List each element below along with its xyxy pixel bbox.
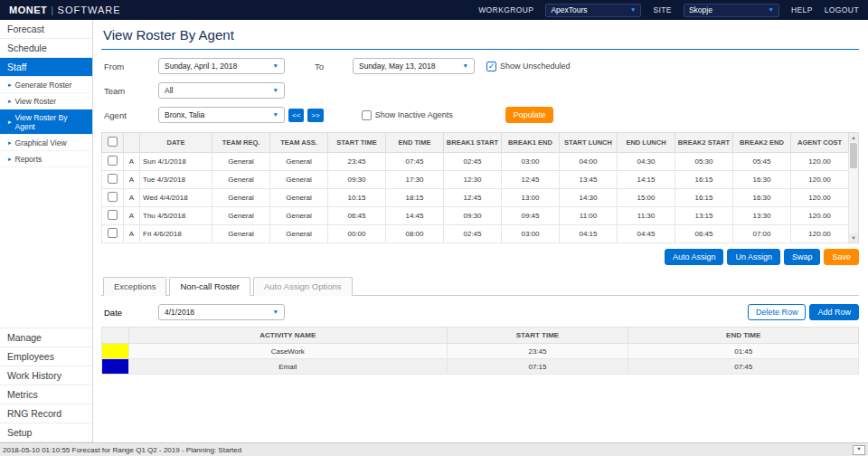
roster-header-team-ass: TEAM ASS. (270, 133, 328, 153)
sidebar-subitem-generate-roster[interactable]: ▸Generate Roster (0, 77, 92, 93)
un-assign-button[interactable]: Un Assign (727, 249, 780, 265)
vertical-scrollbar[interactable]: ▲ ▼ (849, 132, 859, 243)
help-link[interactable]: HELP (791, 5, 813, 14)
row-select-checkbox[interactable] (108, 174, 118, 184)
tab-exceptions[interactable]: Exceptions (103, 277, 166, 296)
roster-cell: 04:45 (618, 225, 675, 243)
scrollbar-track[interactable] (849, 169, 858, 233)
roster-cell: 14:15 (618, 171, 675, 189)
sidebar-subitem-view-roster[interactable]: ▸View Roster (0, 93, 92, 109)
table-row[interactable]: AFri 4/6/2018GeneralGeneral00:0008:0002:… (102, 225, 849, 243)
scroll-up-icon[interactable]: ▲ (849, 133, 858, 142)
team-select[interactable]: All ▼ (158, 82, 285, 99)
agent-selected-value: Bronx, Talia (165, 110, 204, 119)
noncall-cell-activity: Email (129, 359, 448, 375)
roster-cell: 04:00 (560, 153, 618, 171)
roster-header-start-lunch: START LUNCH (560, 133, 618, 153)
roster-cell-select (102, 171, 124, 189)
roster-header-select-all (102, 133, 124, 153)
to-date-value: Sunday, May 13, 2018 (359, 62, 435, 71)
site-select[interactable]: Skopje ▼ (684, 4, 779, 17)
roster-table-container: DATETEAM REQ.TEAM ASS.START TIMEEND TIME… (101, 132, 859, 243)
table-row[interactable]: AThu 4/5/2018GeneralGeneral06:4514:4509:… (102, 207, 849, 225)
dropdown-caret-icon: ▼ (856, 447, 861, 452)
auto-assign-button[interactable]: Auto Assign (665, 249, 724, 265)
workgroup-select[interactable]: ApexTours ▼ (545, 4, 641, 17)
sidebar-subitem-view-roster-by-agent[interactable]: ▸View Roster By Agent (0, 109, 92, 135)
filter-row-dates: From Sunday, April 1, 2018 ▼ To Sunday, … (101, 58, 859, 74)
next-agent-button[interactable]: >> (307, 109, 323, 122)
brand-secondary: SOFTWARE (58, 5, 121, 15)
sidebar-subitem-label: View Roster By Agent (15, 113, 89, 131)
row-select-checkbox[interactable] (108, 210, 118, 220)
sidebar-item-manage[interactable]: Manage (0, 328, 92, 347)
show-inactive-agents-checkbox[interactable] (362, 110, 372, 120)
sidebar-item-work-history[interactable]: Work History (0, 366, 92, 385)
roster-cell: 14:45 (386, 207, 444, 225)
swap-button[interactable]: Swap (784, 249, 821, 265)
table-row[interactable]: ASun 4/1/2018GeneralGeneral23:4507:4502:… (102, 153, 849, 171)
top-navigation-bar: MONET | SOFTWARE WORKGROUP ApexTours ▼ S… (0, 0, 868, 20)
previous-agent-button[interactable]: << (288, 109, 304, 122)
to-date-select[interactable]: Sunday, May 13, 2018 ▼ (353, 58, 475, 74)
activity-color-swatch (102, 344, 129, 359)
roster-cell: 03:00 (502, 225, 560, 243)
activity-color-swatch (102, 359, 129, 375)
row-select-checkbox[interactable] (108, 192, 118, 202)
add-row-button[interactable]: Add Row (809, 304, 859, 320)
populate-button[interactable]: Populate (505, 107, 554, 123)
sidebar-item-rng-record[interactable]: RNG Record (0, 404, 92, 423)
roster-cell: General (270, 207, 328, 225)
roster-header-break1-start: BREAK1 START (444, 133, 502, 153)
roster-cell: 120.00 (791, 171, 849, 189)
roster-cell: 09:45 (502, 207, 560, 225)
roster-cell: 03:00 (502, 153, 560, 171)
logout-link[interactable]: LOGOUT (825, 5, 859, 14)
scroll-down-icon[interactable]: ▼ (849, 233, 858, 242)
roster-cell: 04:30 (618, 153, 675, 171)
roster-cell-date: Tue 4/3/2018 (140, 171, 212, 189)
row-select-checkbox[interactable] (108, 228, 118, 238)
table-row[interactable]: AWed 4/4/2018GeneralGeneral10:1518:1512:… (102, 189, 849, 207)
table-row[interactable]: Email07:1507:45 (102, 359, 859, 375)
roster-header-agent-cost: AGENT COST (791, 133, 849, 153)
workgroup-label: WORKGROUP (478, 5, 533, 14)
delete-row-button[interactable]: Delete Row (748, 304, 807, 320)
sidebar-item-metrics[interactable]: Metrics (0, 385, 92, 404)
row-select-checkbox[interactable] (108, 156, 118, 166)
sidebar-item-schedule[interactable]: Schedule (0, 39, 92, 58)
tab-non-call-roster[interactable]: Non-call Roster (169, 277, 250, 296)
submenu-arrow-icon: ▸ (8, 119, 12, 125)
show-inactive-group: Show Inactive Agents (362, 110, 453, 120)
tab-auto-assign-options[interactable]: Auto Assign Options (253, 277, 353, 296)
noncall-date-value: 4/1/2018 (165, 308, 194, 317)
sidebar-item-setup[interactable]: Setup (0, 423, 92, 442)
tab-strip: ExceptionsNon-call RosterAuto Assign Opt… (101, 276, 859, 296)
sidebar-item-forecast[interactable]: Forecast (0, 20, 92, 39)
status-history-select[interactable]: ▼ (853, 445, 865, 455)
show-unscheduled-checkbox[interactable]: ✓ (486, 62, 496, 71)
sidebar-subitem-graphical-view[interactable]: ▸Graphical View (0, 135, 92, 151)
roster-cell: 07:00 (733, 225, 791, 243)
save-button[interactable]: Save (824, 249, 859, 265)
table-row[interactable]: ATue 4/3/2018GeneralGeneral09:3017:3012:… (102, 171, 849, 189)
dropdown-caret-icon: ▼ (273, 63, 278, 70)
submenu-arrow-icon: ▸ (8, 98, 12, 104)
agent-select[interactable]: Bronx, Talia ▼ (158, 107, 285, 123)
sidebar-item-employees[interactable]: Employees (0, 347, 92, 366)
roster-cell: 120.00 (791, 153, 849, 171)
roster-header-end-time: END TIME (386, 133, 444, 153)
select-all-checkbox[interactable] (108, 137, 118, 147)
scrollbar-thumb[interactable] (850, 143, 857, 168)
table-row[interactable]: CaseWork23:4501:45 (102, 344, 859, 359)
sidebar-subitem-reports[interactable]: ▸Reports (0, 151, 92, 167)
sidebar-bottom-group: ManageEmployeesWork HistoryMetricsRNG Re… (0, 328, 92, 442)
noncall-date-select[interactable]: 4/1/2018 ▼ (158, 304, 285, 320)
sidebar-staff-submenu: ▸Generate Roster▸View Roster▸View Roster… (0, 77, 92, 167)
roster-cell: 13:00 (502, 189, 560, 207)
from-date-select[interactable]: Sunday, April 1, 2018 ▼ (158, 58, 285, 74)
sidebar-item-staff[interactable]: Staff (0, 58, 92, 77)
noncall-activities-table: ACTIVITY NAMESTART TIMEEND TIME CaseWork… (101, 327, 859, 375)
roster-cell: 120.00 (791, 207, 849, 225)
status-bar: 2018-05-10 01:10:55 Forecast for Range Q… (0, 442, 868, 456)
